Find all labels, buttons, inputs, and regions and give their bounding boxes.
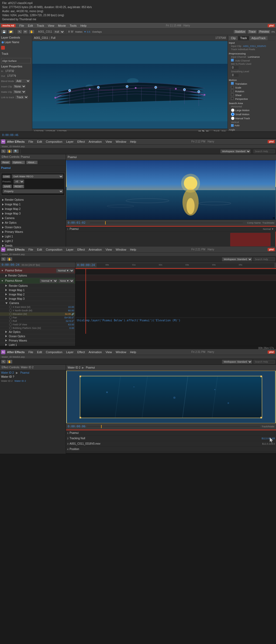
roll-stopwatch[interactable] xyxy=(9,320,12,322)
ae2-tool-hand[interactable]: ✋ xyxy=(6,149,12,153)
ae3-search-input[interactable] xyxy=(253,257,275,261)
render-options-sub[interactable]: Render Options xyxy=(0,274,75,278)
below-mode-dropdown[interactable]: Normal ▼ xyxy=(56,268,74,273)
property-dropdown[interactable]: Property xyxy=(2,189,63,193)
tab-clip[interactable]: Clip xyxy=(229,36,238,40)
ae4-menu-window[interactable]: Window xyxy=(114,350,128,354)
image-map1-item[interactable]: Image Map 1 xyxy=(1,202,65,206)
rotation-check[interactable] xyxy=(231,90,234,92)
pan-val[interactable]: 0x+30.0° xyxy=(64,316,74,319)
matte-clip-dropdown[interactable]: None xyxy=(13,90,26,94)
ae3-menu-view[interactable]: View xyxy=(104,247,114,252)
min-pixels-input[interactable] xyxy=(231,66,239,70)
layer-item[interactable]: Layer Name xyxy=(1,40,31,44)
ae3-tool-hand[interactable]: ✋ xyxy=(6,257,12,261)
in-field[interactable] xyxy=(4,69,15,73)
ae3-menu-effect[interactable]: Effect xyxy=(76,247,87,252)
camera-item[interactable]: Camera xyxy=(1,216,65,220)
ae4-menu-animation[interactable]: Animation xyxy=(87,350,104,354)
smoothing-input[interactable] xyxy=(231,73,239,77)
ae3-menu-comp[interactable]: Composition xyxy=(44,247,64,252)
ae4-layer-position[interactable]: 4 Position xyxy=(66,447,276,452)
ae3-menu-file[interactable]: File xyxy=(27,247,35,252)
toolbar-open-btn[interactable]: 📁 xyxy=(8,30,14,34)
save-preset-btn[interactable]: SAVE xyxy=(2,185,12,188)
auto-check[interactable] xyxy=(231,124,234,127)
ns-stopwatch[interactable] xyxy=(9,309,12,312)
xew-stopwatch[interactable] xyxy=(9,306,12,308)
preset-load-btn[interactable]: LOAD xyxy=(2,175,11,178)
preset-select[interactable]: Dark Water RECO xyxy=(12,174,63,179)
align-surface-btn[interactable]: Align Surface xyxy=(1,58,31,63)
ae4-tool-hand[interactable]: ✋ xyxy=(6,360,12,364)
toolbar-save-btn[interactable]: 💾 xyxy=(1,30,7,34)
insert-clip-dropdown[interactable]: None xyxy=(13,84,26,89)
ae2-tool-zoom[interactable]: 🔍 xyxy=(13,149,19,153)
xew-val[interactable]: 10.00 xyxy=(68,306,74,308)
tab-adjusttrack[interactable]: AdjustTrack xyxy=(249,36,268,40)
translation-check[interactable] xyxy=(231,82,234,85)
fov-val[interactable]: 63.93 xyxy=(68,323,74,326)
link-track-dropdown[interactable]: Track xyxy=(15,95,29,100)
reset-preset-btn[interactable]: RESET xyxy=(13,185,24,188)
ae4-scrubber[interactable] xyxy=(87,426,260,427)
bob-val[interactable]: 0.00 xyxy=(69,327,74,329)
air-optics-sub[interactable]: Air Optics xyxy=(0,330,75,334)
blend-mode-dropdown[interactable]: AddNormal xyxy=(15,79,30,83)
ae4-menu-layer[interactable]: Layer xyxy=(64,350,75,354)
image-map3-item[interactable]: Image Map 3 xyxy=(1,212,65,216)
workspace-dropdown[interactable]: Workspace: Standard xyxy=(220,149,251,154)
ae2-menu-animation[interactable]: Animation xyxy=(87,139,104,144)
image-map2-item[interactable]: Image Map 2 xyxy=(1,207,65,211)
ocean-optics-sub[interactable]: Ocean Optics xyxy=(0,334,75,339)
tab-track[interactable]: Track xyxy=(238,36,249,40)
ae4-layer-mov[interactable]: 3 A001_C011_0318V0.mov $12,0.229.0 xyxy=(66,441,276,447)
primary-waves-sub[interactable]: Primary Waves xyxy=(0,339,75,343)
mocha-menu-help[interactable]: Help xyxy=(79,23,88,28)
fov-stopwatch[interactable] xyxy=(9,323,12,326)
ae2-menu-window[interactable]: Window xyxy=(114,139,128,144)
toolbar-move-btn[interactable]: ✋ xyxy=(29,30,34,34)
ae4-menu-file[interactable]: File xyxy=(27,350,35,354)
ae2-menu-view[interactable]: View xyxy=(104,139,114,144)
ae3-tool-select[interactable]: ↖ xyxy=(1,257,6,261)
air-optics-item[interactable]: Air Optics xyxy=(1,221,65,225)
search-help-input[interactable] xyxy=(253,149,275,153)
ae4-menu-view[interactable]: View xyxy=(104,350,114,354)
pan-stopwatch[interactable] xyxy=(9,316,12,319)
ae4-menu-help[interactable]: Help xyxy=(128,350,138,354)
img-map1-above[interactable]: Image Map 1 xyxy=(0,288,75,292)
mocha-menu-tools[interactable]: Tools xyxy=(68,23,78,28)
elev-expr-btn[interactable]: 🔗 xyxy=(71,313,74,315)
ae4-menu-edit[interactable]: Edit xyxy=(35,350,44,354)
ae4-layer-tracking[interactable]: 2 Tracking Null $12,0.83 KB xyxy=(66,436,276,441)
elev-val[interactable]: 34.05 xyxy=(65,313,71,315)
options-btn[interactable]: Options... xyxy=(12,161,25,164)
toolbar-pen-btn[interactable]: ✏ xyxy=(23,30,28,34)
roll-val[interactable]: 0x+0.0° xyxy=(66,320,74,322)
ae2-menu-help[interactable]: Help xyxy=(128,139,138,144)
shear-check[interactable] xyxy=(231,93,234,96)
elev-stopwatch[interactable] xyxy=(9,313,12,315)
ae3-workspace-dropdown[interactable]: Workspace: Standard xyxy=(222,257,252,261)
img-map3-above[interactable]: Image Map 3 xyxy=(0,297,75,301)
layer-color-swatch[interactable] xyxy=(1,46,5,50)
render-options-item[interactable]: Render Options xyxy=(1,198,65,202)
mocha-menu-view[interactable]: View xyxy=(46,23,56,28)
mocha-menu-movie[interactable]: Movie xyxy=(56,23,67,28)
preview-btn[interactable]: Preview xyxy=(258,30,270,34)
ae2-menu-effect[interactable]: Effect xyxy=(76,139,87,144)
large-motion-radio[interactable] xyxy=(231,108,234,112)
ae2-menu-file[interactable]: File xyxy=(27,139,35,144)
mocha-menu-file[interactable]: File xyxy=(18,23,26,28)
ae3-menu-window[interactable]: Window xyxy=(114,247,128,252)
mocha-menu-edit[interactable]: Edit xyxy=(26,23,34,28)
ae3-menu-edit[interactable]: Edit xyxy=(35,247,44,252)
small-motion-radio[interactable] xyxy=(231,113,234,116)
timeline-scrubber[interactable] xyxy=(90,222,243,223)
layer-psamui-above[interactable]: ▼ Psamui Above Normal ▼ None ▼ xyxy=(0,278,75,284)
view-dropdown[interactable]: FullHalf xyxy=(53,30,65,34)
primary-waves-item[interactable]: Primary Waves xyxy=(1,230,65,234)
light1-sub[interactable]: Light 1 xyxy=(0,343,75,346)
manual-track-radio[interactable] xyxy=(231,117,234,120)
